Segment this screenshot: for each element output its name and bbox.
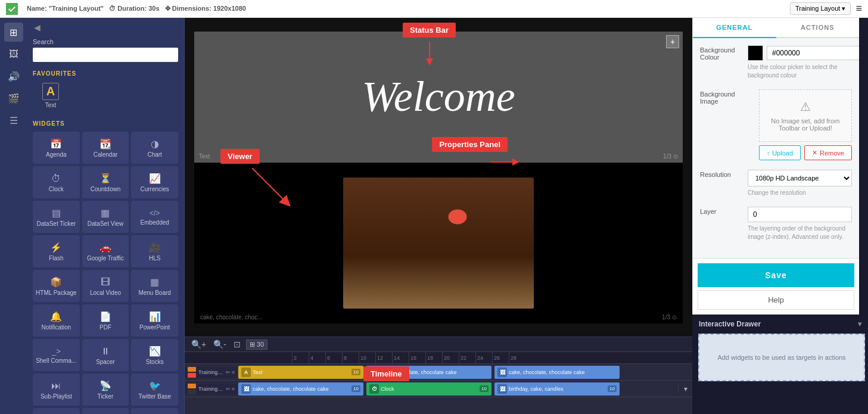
agenda-widget[interactable]: 📅Agenda: [33, 132, 80, 164]
track-seg-cake3[interactable]: 🖼 cake, chocolate, chocolate cake 10: [238, 382, 363, 396]
remove-icon: ✕: [812, 149, 817, 157]
zoom-fit-btn[interactable]: ⊡: [232, 339, 242, 350]
layer-input[interactable]: [748, 207, 852, 222]
row2-list-icon[interactable]: ≡: [232, 386, 235, 392]
sidebar-icon-video[interactable]: 🎬: [4, 89, 23, 108]
countdown-widget[interactable]: ⏳Countdown: [82, 166, 129, 198]
cake-visual: [343, 178, 534, 309]
track-seg-birthday[interactable]: 🖼 birthday, cake, candles 10: [494, 382, 620, 396]
dataset-ticker-widget[interactable]: ▤DataSet Ticker: [33, 201, 80, 233]
upload-btn[interactable]: ↑ Upload: [759, 145, 801, 160]
row1-name: Training Layo...: [198, 369, 223, 375]
timeline-row-1-info: Training Layo... ✏ ≡: [185, 367, 238, 378]
twitter-base-icon: 🐦: [149, 380, 161, 391]
resolution-select[interactable]: 1080p HD Landscape 720p HD 4K UHD Custom: [748, 170, 852, 186]
bg-image-box: ⚠ No Image set, add from Toolbar or Uplo…: [759, 89, 852, 142]
track-seg-cake2[interactable]: 🖼 cake, chocolate, chocolate cake: [494, 366, 620, 379]
embedded-widget[interactable]: </>Embedded: [131, 201, 178, 233]
canvas-bottom-region[interactable]: cake, chocolate, choc... 1/3 ⊙: [194, 163, 683, 323]
dataset-view-widget[interactable]: ▦DataSet View: [82, 201, 129, 233]
row1-icons: ✏ ≡: [226, 369, 235, 375]
layout-dropdown[interactable]: Training Layout ▾: [790, 2, 851, 15]
shell-command-widget[interactable]: _>Shell Comma...: [33, 339, 80, 371]
fav-text-item[interactable]: A Text: [33, 79, 69, 112]
shell-command-icon: _>: [52, 347, 61, 356]
sub-playlist-widget[interactable]: ⏭Sub-Playlist: [33, 373, 80, 406]
ruler-marks: 2 4 6 8 10 12 14 16 18 20 22 24 26 28: [238, 352, 525, 364]
widget-panel-header: Search: [27, 33, 184, 67]
flash-widget[interactable]: ⚡Flash: [33, 235, 80, 267]
bg-image-controls: ⚠ No Image set, add from Toolbar or Uplo…: [759, 89, 852, 160]
ticker-widget[interactable]: 📡Ticker: [82, 373, 129, 406]
embedded-icon: </>: [150, 209, 160, 217]
menu-board-widget[interactable]: ▦Menu Board: [131, 270, 178, 302]
interactive-drawer: Add widgets to be used as targets in act…: [698, 334, 865, 381]
pdf-icon: 📄: [99, 311, 111, 322]
row2-edit-icon[interactable]: ✏: [226, 386, 231, 392]
chart-widget[interactable]: ◑Chart: [131, 132, 178, 164]
canvas-add-button[interactable]: +: [666, 35, 679, 48]
google-traffic-widget[interactable]: 🚗Google Traffic: [82, 235, 129, 267]
timeline-track-1[interactable]: A Text 10 🖼 cake, chocolate, chocolate c…: [238, 364, 692, 380]
row1-edit-icon[interactable]: ✏: [226, 369, 231, 375]
dataset-view-icon: ▦: [101, 207, 110, 219]
region1-num: 1/3 ⊙: [663, 153, 678, 160]
sidebar-icon-grid[interactable]: ⊞: [4, 23, 23, 42]
bg-colour-input[interactable]: [767, 46, 859, 60]
props-tabs: GENERAL ACTIONS: [693, 18, 859, 38]
remove-btn[interactable]: ✕ Remove: [804, 145, 852, 160]
region1-label: Text: [199, 153, 210, 160]
currencies-widget[interactable]: 📈Currencies: [131, 166, 178, 198]
zoom-in-btn[interactable]: 🔍+: [189, 339, 208, 350]
twitter-base-widget[interactable]: 🐦Twitter Base: [131, 373, 178, 406]
spacer-widget[interactable]: ⏸Spacer: [82, 339, 129, 371]
local-video-widget[interactable]: 🎞Local Video: [82, 270, 129, 302]
track-seg-clock[interactable]: ⏱ Clock 10: [366, 382, 491, 396]
hls-widget[interactable]: 🎥HLS: [131, 235, 178, 267]
row1-list-icon[interactable]: ≡: [232, 369, 235, 375]
bg-colour-swatch[interactable]: [748, 45, 763, 61]
tab-general[interactable]: GENERAL: [693, 18, 776, 38]
pdf-widget[interactable]: 📄PDF: [82, 304, 129, 337]
zoom-out-btn[interactable]: 🔍-: [211, 339, 228, 350]
stocks-widget[interactable]: 📉Stocks: [131, 339, 178, 371]
weather-widget[interactable]: ⛅Weather: [131, 408, 178, 414]
bg-colour-label: Background Colour Use the colour picker …: [700, 45, 852, 80]
color-picker-row: [748, 45, 859, 61]
help-btn[interactable]: Help: [698, 290, 854, 310]
region2-expand-icon[interactable]: ⊙: [672, 314, 677, 320]
bg-colour-controls: Use the colour picker to select the back…: [748, 45, 859, 80]
ruler-mark-16: 16: [409, 352, 425, 364]
save-btn[interactable]: Save: [698, 263, 854, 287]
upload-icon: ↑: [767, 150, 770, 157]
layer-label: Layer The layering order of the backgrou…: [700, 207, 852, 241]
layout-info: Name: "Training Layout" ⏱ Duration: 30s …: [27, 5, 246, 13]
clock-widget[interactable]: ⏱Clock: [33, 166, 80, 198]
timeline-track-2[interactable]: 🖼 cake, chocolate, chocolate cake 10 ⏱ C…: [238, 381, 678, 397]
ruler-mark-4: 4: [309, 352, 325, 364]
props-footer: Save Help: [693, 258, 859, 315]
row2-color1: [188, 384, 196, 388]
tab-actions[interactable]: ACTIONS: [776, 18, 860, 37]
panel-collapse-btn[interactable]: ◀: [30, 21, 44, 33]
powerpoint-widget[interactable]: 📊PowerPoint: [131, 304, 178, 337]
html-package-widget[interactable]: 📦HTML Package: [33, 270, 80, 302]
flash-icon: ⚡: [50, 242, 62, 253]
resolution-controls: 1080p HD Landscape 720p HD 4K UHD Custom…: [748, 170, 852, 197]
search-input[interactable]: [33, 48, 178, 62]
calendar-widget[interactable]: 📆Calendar: [82, 132, 129, 164]
track-seg-text[interactable]: A Text 10: [238, 366, 363, 379]
region1-expand-icon[interactable]: ⊙: [673, 153, 678, 160]
props-arrow: [490, 156, 519, 180]
video-in-widget[interactable]: 📹Video In: [82, 408, 129, 414]
drawer-expand-icon[interactable]: ▾: [858, 320, 861, 328]
sidebar-icon-audio[interactable]: 🔊: [4, 67, 23, 86]
sidebar-icon-list[interactable]: ☰: [4, 111, 23, 130]
notification-widget[interactable]: 🔔Notification: [33, 304, 80, 337]
drawer-toggle[interactable]: ▾: [678, 385, 692, 393]
search-label: Search: [33, 38, 178, 45]
sidebar-icon-image[interactable]: 🖼: [4, 45, 23, 64]
widgets-title: WIDGETS: [27, 117, 184, 129]
twitter-metro-widget[interactable]: 🐦Twitter Metro: [33, 408, 80, 414]
hamburger-menu[interactable]: ≡: [855, 2, 862, 15]
